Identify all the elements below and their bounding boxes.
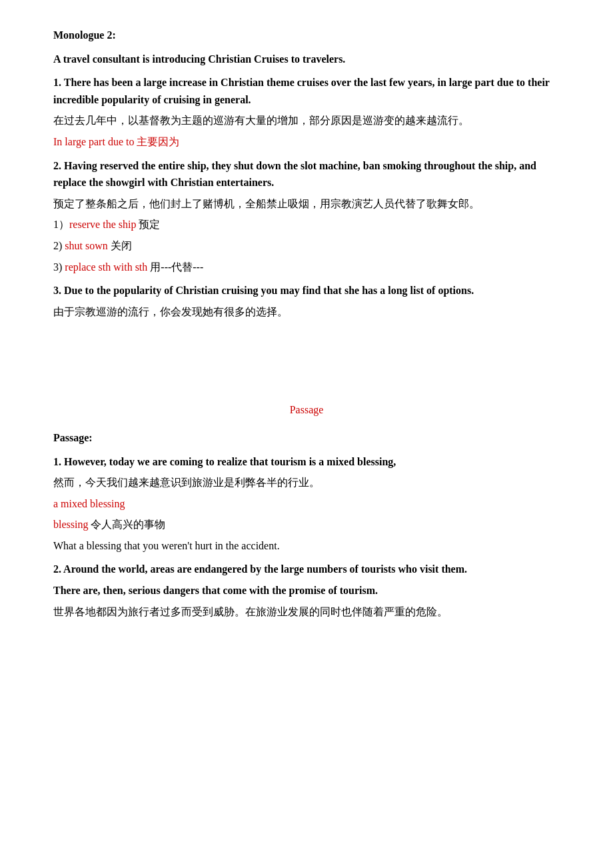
q3-chinese: 由于宗教巡游的流行，你会发现她有很多的选择。 [53, 303, 560, 321]
q2-note1-suffix: 预定 [136, 219, 160, 230]
q2-note1: 1）reserve the ship 预定 [53, 216, 560, 233]
q1-english: 1. There has been a large increase in Ch… [53, 74, 560, 108]
passage-heading: Passage: [53, 429, 560, 447]
q2-note1-red: reserve the ship [69, 219, 136, 230]
p2-chinese: 世界各地都因为旅行者过多而受到威胁。在旅游业发展的同时也伴随着严重的危险。 [53, 603, 560, 621]
q2-note2: 2) shut sown 关闭 [53, 237, 560, 255]
p1-note2: blessing 令人高兴的事物 [53, 516, 560, 533]
monologue-intro: A travel consultant is introducing Chris… [53, 51, 560, 68]
q2-note3-plain: 3) [53, 261, 65, 273]
q3-english: 3. Due to the popularity of Christian cr… [53, 282, 560, 299]
passage-title: Passage: [53, 429, 560, 447]
q2-note2-plain: 2) [53, 240, 65, 251]
passage-p1: 1. However, today we are coming to reali… [53, 453, 560, 555]
q1-chinese: 在过去几年中，以基督教为主题的巡游有大量的增加，部分原因是巡游变的越来越流行。 [53, 112, 560, 129]
q2-note3-suffix: 用---代替--- [147, 261, 203, 273]
passage-p2: 2. Around the world, areas are endangere… [53, 561, 560, 620]
monologue-heading: Monologue 2: [53, 27, 560, 44]
question-3: 3. Due to the popularity of Christian cr… [53, 282, 560, 320]
p2-english-1: 2. Around the world, areas are endangere… [53, 561, 560, 578]
q2-english: 2. Having reserved the entire ship, they… [53, 157, 560, 191]
p1-note1: a mixed blessing [53, 495, 560, 513]
monologue-intro-text: A travel consultant is introducing Chris… [53, 51, 560, 68]
q2-note2-suffix: 关闭 [108, 240, 132, 251]
q1-note: In large part due to 主要因为 [53, 133, 560, 151]
passage-divider: Passage [53, 401, 560, 419]
p1-example: What a blessing that you weren't hurt in… [53, 537, 560, 555]
monologue-title: Monologue 2: [53, 27, 560, 44]
q2-note3-red: replace sth with sth [65, 261, 147, 273]
p1-note2-suffix: 令人高兴的事物 [88, 519, 165, 530]
q2-note2-red: shut sown [65, 240, 107, 251]
question-1: 1. There has been a large increase in Ch… [53, 74, 560, 150]
question-2: 2. Having reserved the entire ship, they… [53, 157, 560, 276]
p2-english-2: There are, then, serious dangers that co… [53, 582, 560, 599]
q2-note1-plain: 1） [53, 219, 69, 230]
q2-note3: 3) replace sth with sth 用---代替--- [53, 259, 560, 276]
p1-note2-red: blessing [53, 519, 88, 530]
p1-english: 1. However, today we are coming to reali… [53, 453, 560, 471]
p1-chinese: 然而，今天我们越来越意识到旅游业是利弊各半的行业。 [53, 474, 560, 491]
q2-chinese: 预定了整条船之后，他们封上了赌博机，全船禁止吸烟，用宗教演艺人员代替了歌舞女郎。 [53, 195, 560, 213]
